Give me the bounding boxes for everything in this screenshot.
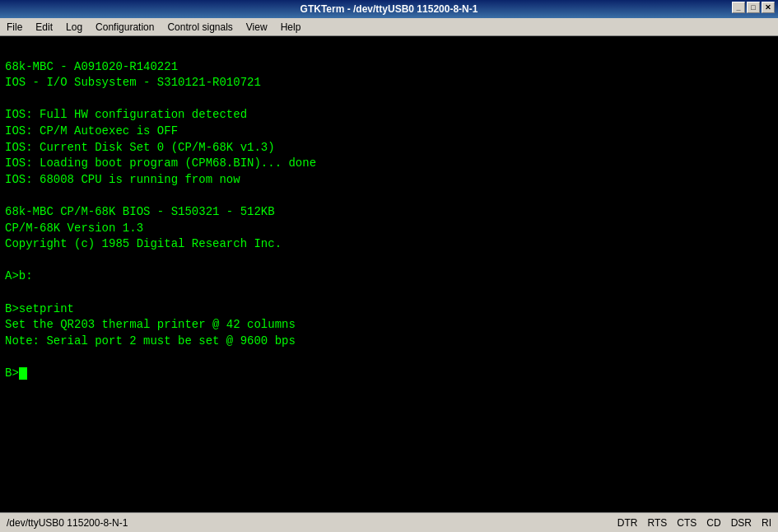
indicator-ri: RI: [762, 517, 771, 529]
titlebar-title: GTKTerm - /dev/ttyUSB0 115200-8-N-1: [300, 3, 478, 15]
terminal-line: [5, 43, 773, 59]
close-button[interactable]: ✕: [762, 2, 775, 13]
indicator-dsr: DSR: [731, 517, 752, 529]
maximize-button[interactable]: □: [747, 2, 760, 13]
terminal-line: IOS: Full HW configuration detected: [5, 107, 773, 124]
terminal-line: B>setprint: [5, 301, 773, 318]
menu-file[interactable]: File: [0, 20, 29, 35]
indicator-rts: RTS: [648, 517, 668, 529]
terminal-cursor: [19, 367, 27, 380]
menu-help[interactable]: Help: [274, 20, 308, 35]
indicator-dtr: DTR: [617, 517, 638, 529]
terminal-line: [5, 253, 773, 269]
port-info-text: /dev/ttyUSB0 115200-8-N-1: [7, 517, 128, 529]
menubar: File Edit Log Configuration Control sign…: [0, 18, 778, 36]
terminal-line: 68k-MBC CP/M-68K BIOS - S150321 - 512KB: [5, 204, 773, 221]
minimize-button[interactable]: _: [732, 2, 745, 13]
indicator-cd: CD: [706, 517, 720, 529]
terminal-line: 68k-MBC - A091020-R140221: [5, 59, 773, 76]
titlebar: GTKTerm - /dev/ttyUSB0 115200-8-N-1 _ □ …: [0, 0, 778, 18]
terminal-line: IOS: Loading boot program (CPM68.BIN)...…: [5, 156, 773, 172]
menu-edit[interactable]: Edit: [29, 20, 59, 35]
titlebar-controls: _ □ ✕: [732, 2, 775, 13]
terminal-line: Copyright (c) 1985 Digital Research Inc.: [5, 236, 773, 253]
indicator-cts: CTS: [677, 517, 696, 529]
terminal-line: IOS: CP/M Autoexec is OFF: [5, 124, 773, 140]
menu-configuration[interactable]: Configuration: [89, 20, 161, 35]
statusbar-port-info: /dev/ttyUSB0 115200-8-N-1: [7, 517, 617, 529]
menu-log[interactable]: Log: [59, 20, 89, 35]
menu-control-signals[interactable]: Control signals: [161, 20, 239, 35]
terminal-line: [5, 349, 773, 366]
terminal-line: Note: Serial port 2 must be set @ 9600 b…: [5, 334, 773, 350]
terminal-line: IOS: Current Disk Set 0 (CP/M-68K v1.3): [5, 140, 773, 156]
terminal-line: [5, 91, 773, 108]
terminal-line: [5, 188, 773, 204]
terminal-line: B>: [5, 366, 773, 382]
terminal-line: A>b:: [5, 268, 773, 285]
terminal-line: IOS - I/O Subsystem - S310121-R010721: [5, 75, 773, 91]
menu-view[interactable]: View: [240, 20, 274, 35]
statusbar-indicators: DTR RTS CTS CD DSR RI: [617, 517, 771, 529]
terminal-area[interactable]: 68k-MBC - A091020-R140221IOS - I/O Subsy…: [0, 36, 778, 512]
terminal-line: IOS: 68008 CPU is running from now: [5, 172, 773, 189]
terminal-line: CP/M-68K Version 1.3: [5, 221, 773, 237]
terminal-line: Set the QR203 thermal printer @ 42 colum…: [5, 317, 773, 334]
terminal-line: [5, 285, 773, 301]
statusbar: /dev/ttyUSB0 115200-8-N-1 DTR RTS CTS CD…: [0, 512, 778, 532]
